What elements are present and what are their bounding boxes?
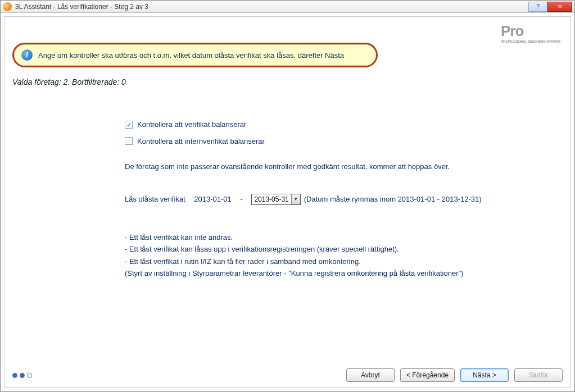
brand-logo: Pro PROFESSIONAL BUSINESS SYSTEM — [501, 22, 560, 43]
checkbox-intern-balance-label: Kontrollera att internverifikat balanser… — [137, 136, 265, 147]
checkbox-row-intern: Kontrollera att internverifikat balanser… — [125, 136, 563, 147]
app-icon — [3, 2, 12, 11]
date-to-value: 2013-05-31 — [252, 194, 291, 204]
step-indicator — [12, 373, 32, 378]
wizard-window: 3L Assistant - Lås verifikationer - Steg… — [0, 0, 575, 392]
info-banner-highlight: i Ange om kontroller ska utföras och t.o… — [12, 43, 378, 67]
note-line-1: - Ett låst verifikat kan inte ändras. — [125, 232, 563, 243]
next-button[interactable]: Nästa > — [460, 368, 509, 382]
footer: Avbryt < Föregående Nästa > Slutför — [12, 364, 563, 382]
filter-status: Valda företag: 2. Bortfiltrerade: 0 — [12, 78, 563, 86]
titlebar: 3L Assistant - Lås verifikationer - Steg… — [1, 1, 574, 13]
date-hint: (Datum måste rymmas inom 2013-01-01 - 20… — [304, 194, 482, 205]
form-block: ✓ Kontrollera att verifikat balanserar K… — [125, 119, 563, 280]
help-button[interactable]: ? — [528, 2, 547, 12]
step-dot-1 — [12, 373, 17, 378]
info-banner: i Ange om kontroller ska utföras och t.o… — [14, 44, 376, 66]
window-title: 3L Assistant - Lås verifikationer - Steg… — [15, 3, 528, 11]
finish-button: Slutför — [514, 368, 563, 382]
checkbox-row-balance: ✓ Kontrollera att verifikat balanserar — [125, 119, 563, 130]
checkbox-balance-label: Kontrollera att verifikat balanserar — [137, 119, 246, 130]
step-dot-2 — [20, 373, 25, 378]
logo-text: Pro — [501, 22, 523, 39]
chevron-down-icon[interactable]: ▼ — [291, 194, 300, 204]
date-to-picker[interactable]: 2013-05-31 ▼ — [251, 194, 300, 205]
close-button[interactable]: ✕ — [547, 2, 572, 12]
cancel-button[interactable]: Avbryt — [346, 368, 395, 382]
content-area: Pro PROFESSIONAL BUSINESS SYSTEM i Ange … — [4, 16, 571, 388]
checkbox-intern-balance[interactable] — [125, 137, 133, 145]
date-label: Lås olåsta verifikat — [125, 194, 185, 205]
explain-text: De företag som inte passerar ovanstående… — [125, 161, 563, 172]
note-line-2: - Ett låst verifikat kan låsas upp i ver… — [125, 244, 563, 255]
checkbox-balance[interactable]: ✓ — [125, 121, 133, 129]
notes-block: - Ett låst verifikat kan inte ändras. - … — [125, 232, 563, 279]
logo-subtitle: PROFESSIONAL BUSINESS SYSTEM — [501, 40, 560, 43]
previous-button[interactable]: < Föregående — [400, 368, 455, 382]
date-from: 2013-01-01 — [194, 194, 232, 205]
step-dot-3 — [27, 373, 32, 378]
info-icon: i — [21, 49, 33, 61]
date-separator: - — [240, 194, 242, 205]
footer-buttons: Avbryt < Föregående Nästa > Slutför — [346, 368, 563, 382]
titlebar-buttons: ? ✕ — [528, 2, 572, 12]
date-row: Lås olåsta verifikat 2013-01-01 - 2013-0… — [125, 194, 563, 205]
info-text: Ange om kontroller ska utföras och t.o.m… — [38, 51, 344, 60]
note-line-3: - Ett låst verifikat i rutin I/IZ kan få… — [125, 256, 563, 267]
note-line-4: (Styrt av inställning i Styrparametrar l… — [125, 268, 563, 279]
